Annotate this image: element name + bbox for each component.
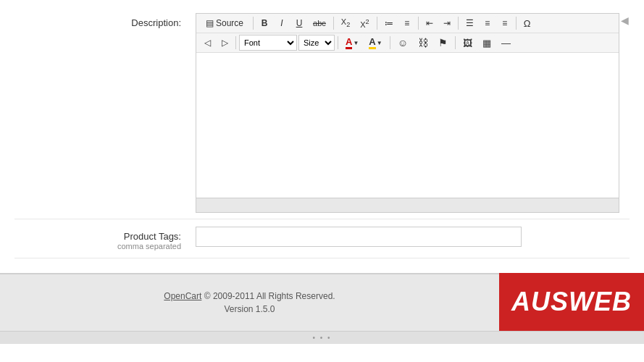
table-button[interactable]: ▦ (478, 35, 495, 51)
separator-3 (377, 17, 377, 30)
separator-6 (516, 17, 517, 30)
table-icon: ▦ (482, 38, 491, 49)
image-button[interactable]: 🖼 (459, 35, 477, 51)
smiley-icon: ☺ (398, 37, 408, 49)
toolbar-row-2: ◁ ▷ Font Size (196, 33, 619, 53)
footer-copyright: OpenCart © 2009-2011 All Rights Reserved… (164, 291, 335, 301)
source-button[interactable]: ▤ Source (199, 15, 250, 31)
font-color-icon: A (346, 36, 352, 49)
editor-body[interactable] (196, 53, 619, 198)
link-icon: ⛓ (418, 37, 428, 49)
footer-version: Version 1.5.0 (224, 304, 275, 314)
link-button[interactable]: ⛓ (414, 35, 432, 51)
product-tags-row: Product Tags: comma separated (14, 219, 630, 258)
separator-2 (333, 17, 334, 30)
subscript-button[interactable]: X2 (337, 15, 354, 31)
flag-button[interactable]: ⚑ (434, 35, 452, 51)
flag-icon: ⚑ (438, 37, 448, 49)
product-tags-input[interactable] (196, 227, 522, 247)
bottom-bar: • • • (0, 331, 644, 344)
source-label: Source (216, 18, 243, 28)
hr-button[interactable]: — (497, 35, 515, 51)
size-select[interactable]: Size (298, 35, 335, 51)
undo-icon: ◁ (204, 38, 211, 48)
omega-button[interactable]: Ω (519, 15, 535, 31)
strikethrough-button[interactable]: abc (309, 15, 330, 31)
separator-7 (235, 36, 236, 49)
product-tags-label: Product Tags: comma separated (14, 227, 196, 251)
editor-wrap: ▤ Source B I U abc X2 (196, 13, 619, 213)
separator-1 (253, 17, 254, 30)
align-right-button[interactable]: ≡ (497, 15, 513, 31)
align-left-button[interactable]: ☰ (461, 15, 478, 31)
tags-input-wrap (196, 227, 630, 247)
logo-badge: AUSWEB (499, 273, 644, 331)
document-icon: ▤ (206, 18, 214, 28)
underline-button[interactable]: U (291, 15, 307, 31)
font-select[interactable]: Font (239, 35, 297, 51)
bold-button[interactable]: B (256, 15, 272, 31)
scrollbar-indicator[interactable]: ◀ (621, 14, 629, 26)
omega-icon: Ω (524, 18, 531, 29)
font-color-button[interactable]: A ▼ (341, 35, 363, 51)
ordered-list-button[interactable]: ≔ (380, 15, 398, 31)
unordered-list-button[interactable]: ≡ (399, 15, 415, 31)
resize-handle: • • • (312, 334, 331, 342)
logo-text: AUSWEB (511, 287, 632, 317)
indent-right-button[interactable]: ⇥ (439, 15, 455, 31)
hr-icon: — (501, 38, 511, 49)
separator-10 (455, 36, 456, 49)
redo-icon: ▷ (222, 38, 228, 48)
editor-statusbar (196, 198, 619, 212)
font-color-arrow: ▼ (353, 40, 359, 46)
separator-5 (458, 17, 459, 30)
bg-color-arrow: ▼ (377, 40, 382, 46)
description-label: Description: (14, 13, 196, 28)
separator-8 (338, 36, 338, 49)
separator-9 (390, 36, 390, 49)
smiley-button[interactable]: ☺ (393, 35, 412, 51)
italic-button[interactable]: I (274, 15, 290, 31)
redo-button[interactable]: ▷ (217, 35, 233, 51)
bg-color-button[interactable]: A ▼ (364, 35, 386, 51)
indent-left-button[interactable]: ⇤ (422, 15, 438, 31)
tags-sub-label: comma separated (14, 242, 181, 251)
description-row: Description: ▤ Source B I U (14, 7, 630, 219)
toolbar-row-1: ▤ Source B I U abc X2 (196, 14, 619, 33)
image-icon: 🖼 (463, 38, 472, 49)
separator-4 (418, 17, 419, 30)
rich-text-editor: ▤ Source B I U abc X2 (196, 13, 619, 213)
undo-button[interactable]: ◁ (199, 35, 215, 51)
superscript-button[interactable]: X2 (356, 15, 373, 31)
align-center-button[interactable]: ≡ (480, 15, 495, 31)
bg-color-icon: A (369, 36, 375, 49)
copyright-rest: © 2009-2011 All Rights Reserved. (204, 291, 335, 301)
opencart-link[interactable]: OpenCart (164, 291, 201, 301)
